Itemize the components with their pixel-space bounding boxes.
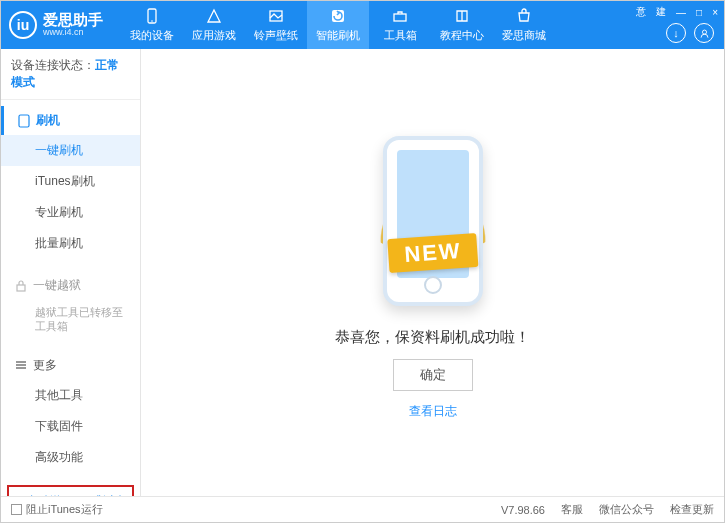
sidebar-item-batch[interactable]: 批量刷机 bbox=[1, 228, 140, 259]
nav-label: 智能刷机 bbox=[316, 28, 360, 43]
nav-store[interactable]: 爱思商城 bbox=[493, 1, 555, 49]
minimize-icon[interactable]: — bbox=[676, 7, 686, 18]
checkbox-block-itunes[interactable]: 阻止iTunes运行 bbox=[11, 502, 103, 517]
statusbar: 阻止iTunes运行 V7.98.66 客服 微信公众号 检查更新 bbox=[1, 496, 724, 522]
top-nav: 我的设备 应用游戏 铃声壁纸 智能刷机 工具箱 教程中心 爱思商城 bbox=[121, 1, 555, 49]
store-icon bbox=[515, 7, 533, 25]
logo: iu 爱思助手 www.i4.cn bbox=[9, 11, 103, 39]
body: 设备连接状态：正常模式 刷机 一键刷机 iTunes刷机 专业刷机 批量刷机 一… bbox=[1, 49, 724, 496]
phone-illustration-icon bbox=[383, 136, 483, 306]
nav-tutorials[interactable]: 教程中心 bbox=[431, 1, 493, 49]
titlebar: iu 爱思助手 www.i4.cn 我的设备 应用游戏 铃声壁纸 智能刷机 工具… bbox=[1, 1, 724, 49]
svg-rect-6 bbox=[19, 115, 29, 127]
connection-status: 设备连接状态：正常模式 bbox=[1, 49, 140, 100]
phone-small-icon bbox=[18, 114, 30, 128]
wallpaper-icon bbox=[267, 7, 285, 25]
nav-ringtones[interactable]: 铃声壁纸 bbox=[245, 1, 307, 49]
nav-toolbox[interactable]: 工具箱 bbox=[369, 1, 431, 49]
checkbox-icon bbox=[11, 504, 22, 515]
nav-label: 铃声壁纸 bbox=[254, 28, 298, 43]
section-title: 一键越狱 bbox=[33, 277, 81, 294]
nav-label: 应用游戏 bbox=[192, 28, 236, 43]
flash-icon bbox=[329, 7, 347, 25]
status-label: 设备连接状态： bbox=[11, 58, 95, 72]
maximize-icon[interactable]: □ bbox=[696, 7, 702, 18]
toolbox-icon bbox=[391, 7, 409, 25]
nav-label: 教程中心 bbox=[440, 28, 484, 43]
options-highlight-box: ✓自动激活 ✓跳过向导 bbox=[7, 485, 134, 496]
support-link[interactable]: 客服 bbox=[561, 502, 583, 517]
sidebar-section-flash[interactable]: 刷机 bbox=[1, 106, 140, 135]
sidebar: 设备连接状态：正常模式 刷机 一键刷机 iTunes刷机 专业刷机 批量刷机 一… bbox=[1, 49, 141, 496]
window-controls: 意 建 — □ × bbox=[636, 5, 718, 19]
section-title: 刷机 bbox=[36, 112, 60, 129]
nav-apps[interactable]: 应用游戏 bbox=[183, 1, 245, 49]
feedback-icon[interactable]: 意 bbox=[636, 5, 646, 19]
app-window: { "brand": {"name":"爱思助手","sub":"www.i4.… bbox=[0, 0, 725, 523]
sidebar-item-oneclick[interactable]: 一键刷机 bbox=[1, 135, 140, 166]
close-icon[interactable]: × bbox=[712, 7, 718, 18]
confirm-button[interactable]: 确定 bbox=[393, 359, 473, 391]
nav-label: 工具箱 bbox=[384, 28, 417, 43]
jailbreak-note: 越狱工具已转移至 工具箱 bbox=[1, 300, 140, 339]
logo-icon: iu bbox=[9, 11, 37, 39]
sidebar-section-jailbreak: 一键越狱 bbox=[1, 271, 140, 300]
nav-my-device[interactable]: 我的设备 bbox=[121, 1, 183, 49]
brand-name: 爱思助手 bbox=[43, 12, 103, 29]
svg-point-1 bbox=[151, 20, 153, 22]
wechat-link[interactable]: 微信公众号 bbox=[599, 502, 654, 517]
brand-url: www.i4.cn bbox=[43, 28, 103, 38]
download-icon[interactable]: ↓ bbox=[666, 23, 686, 43]
apps-icon bbox=[205, 7, 223, 25]
nav-label: 爱思商城 bbox=[502, 28, 546, 43]
lock-icon bbox=[15, 280, 27, 292]
phone-icon bbox=[143, 7, 161, 25]
sidebar-item-firmware[interactable]: 下载固件 bbox=[1, 411, 140, 442]
sidebar-section-more[interactable]: 更多 bbox=[1, 351, 140, 380]
nav-flash[interactable]: 智能刷机 bbox=[307, 1, 369, 49]
nav-label: 我的设备 bbox=[130, 28, 174, 43]
user-icon[interactable] bbox=[694, 23, 714, 43]
success-illustration: NEW bbox=[358, 126, 508, 316]
main-content: NEW 恭喜您，保资料刷机成功啦！ 确定 查看日志 bbox=[141, 49, 724, 496]
book-icon bbox=[453, 7, 471, 25]
success-message: 恭喜您，保资料刷机成功啦！ bbox=[335, 328, 530, 347]
menu-icon bbox=[15, 359, 27, 371]
checkbox-label: 阻止iTunes运行 bbox=[26, 502, 103, 517]
sidebar-item-itunes[interactable]: iTunes刷机 bbox=[1, 166, 140, 197]
view-log-link[interactable]: 查看日志 bbox=[409, 403, 457, 420]
sidebar-item-pro[interactable]: 专业刷机 bbox=[1, 197, 140, 228]
svg-rect-4 bbox=[394, 14, 406, 21]
svg-rect-7 bbox=[17, 285, 25, 291]
suggest-icon[interactable]: 建 bbox=[656, 5, 666, 19]
check-update-link[interactable]: 检查更新 bbox=[670, 502, 714, 517]
section-title: 更多 bbox=[33, 357, 57, 374]
sidebar-item-advanced[interactable]: 高级功能 bbox=[1, 442, 140, 473]
svg-point-5 bbox=[702, 30, 706, 34]
sidebar-item-other[interactable]: 其他工具 bbox=[1, 380, 140, 411]
version-label: V7.98.66 bbox=[501, 504, 545, 516]
title-right-circles: ↓ bbox=[666, 23, 714, 43]
new-ribbon: NEW bbox=[387, 232, 478, 272]
